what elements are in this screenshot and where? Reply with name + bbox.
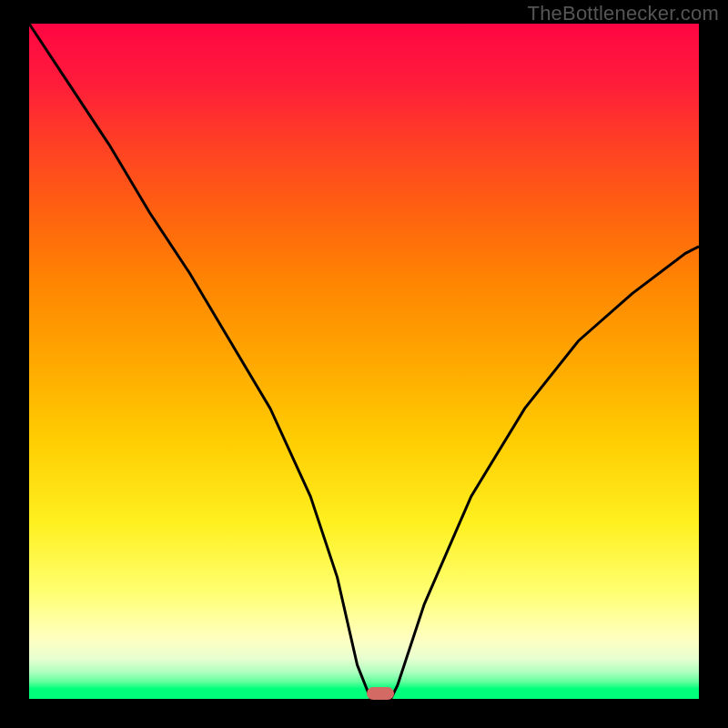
plot-area bbox=[29, 24, 699, 699]
curve-path bbox=[29, 24, 699, 699]
bottleneck-curve bbox=[29, 24, 699, 699]
watermark-text: TheBottlenecker.com bbox=[528, 2, 719, 25]
chart-container: TheBottlenecker.com bbox=[0, 0, 728, 728]
optimum-marker bbox=[367, 687, 394, 700]
